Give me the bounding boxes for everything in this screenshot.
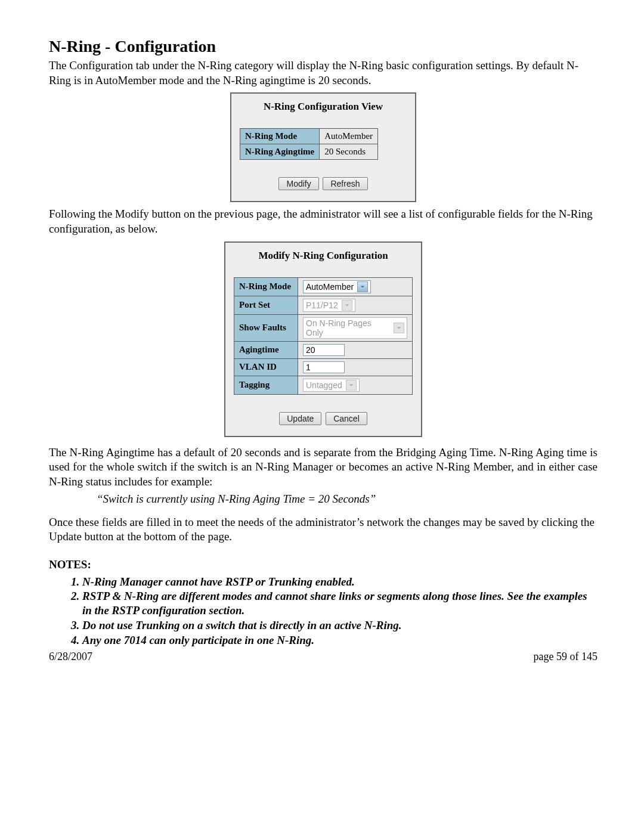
agingtime-value: 20 Seconds — [320, 144, 378, 160]
tagging-label: Tagging — [234, 376, 298, 394]
list-item: Any one 7014 can only participate in one… — [82, 633, 597, 648]
notes-heading: NOTES: — [49, 558, 597, 572]
cancel-button[interactable]: Cancel — [326, 412, 367, 425]
table-row: Show Faults On N-Ring Pages Only — [234, 314, 413, 341]
status-quote: “Switch is currently using N-Ring Aging … — [97, 492, 597, 507]
vlan-input[interactable]: 1 — [303, 361, 345, 373]
table-row: VLAN ID 1 — [234, 358, 413, 376]
update-button[interactable]: Update — [279, 412, 321, 425]
mode-value: AutoMember — [320, 129, 378, 144]
table-row: Port Set P11/P12 — [234, 296, 413, 314]
tagging-select-value: Untagged — [306, 380, 342, 390]
config-table: N-Ring Mode AutoMember N-Ring Agingtime … — [240, 128, 378, 160]
modify-button[interactable]: Modify — [278, 177, 318, 190]
faults-select-value: On N-Ring Pages Only — [306, 318, 390, 337]
chevron-down-icon — [342, 300, 352, 311]
vlan-label: VLAN ID — [234, 358, 298, 376]
mode-label: N-Ring Mode — [240, 129, 320, 144]
mode-label: N-Ring Mode — [234, 277, 298, 296]
list-item: Do not use Trunking on a switch that is … — [82, 618, 597, 633]
portset-select: P11/P12 — [303, 299, 355, 312]
faults-label: Show Faults — [234, 314, 298, 341]
intro-paragraph: The Configuration tab under the N-Ring c… — [49, 58, 597, 88]
agingtime-label: Agingtime — [234, 341, 298, 358]
list-item: RSTP & N-Ring are different modes and ca… — [82, 589, 597, 618]
modify-config-table: N-Ring Mode AutoMember Port Set P11/P12 — [234, 277, 413, 395]
notes-list: N-Ring Manager cannot have RSTP or Trunk… — [66, 575, 597, 648]
portset-label: Port Set — [234, 296, 298, 314]
modify-config-panel: Modify N-Ring Configuration N-Ring Mode … — [224, 241, 422, 437]
paragraph: The N-Ring Agingtime has a default of 20… — [49, 445, 597, 490]
table-row: N-Ring Agingtime 20 Seconds — [240, 144, 378, 160]
agingtime-label: N-Ring Agingtime — [240, 144, 320, 160]
list-item: N-Ring Manager cannot have RSTP or Trunk… — [82, 575, 597, 589]
mode-select-value: AutoMember — [306, 282, 354, 292]
agingtime-input[interactable]: 20 — [303, 344, 345, 356]
chevron-down-icon — [346, 380, 357, 391]
tagging-select: Untagged — [303, 379, 360, 392]
refresh-button[interactable]: Refresh — [323, 177, 367, 190]
table-row: N-Ring Mode AutoMember — [240, 129, 378, 144]
paragraph: Once these fields are filled in to meet … — [49, 515, 597, 544]
chevron-down-icon — [394, 323, 404, 333]
table-row: N-Ring Mode AutoMember — [234, 277, 413, 296]
panel-title: N-Ring Configuration View — [240, 101, 407, 113]
config-view-panel: N-Ring Configuration View N-Ring Mode Au… — [230, 92, 416, 202]
page-title: N-Ring - Configuration — [49, 37, 597, 56]
paragraph: Following the Modify button on the previ… — [49, 207, 597, 236]
footer-page: page 59 of 145 — [534, 651, 597, 663]
table-row: Tagging Untagged — [234, 376, 413, 394]
table-row: Agingtime 20 — [234, 341, 413, 358]
mode-select[interactable]: AutoMember — [303, 280, 371, 293]
portset-select-value: P11/P12 — [306, 301, 338, 310]
footer-date: 6/28/2007 — [49, 651, 92, 663]
panel-title: Modify N-Ring Configuration — [234, 250, 413, 262]
chevron-down-icon — [357, 281, 368, 292]
faults-select: On N-Ring Pages Only — [303, 317, 407, 339]
